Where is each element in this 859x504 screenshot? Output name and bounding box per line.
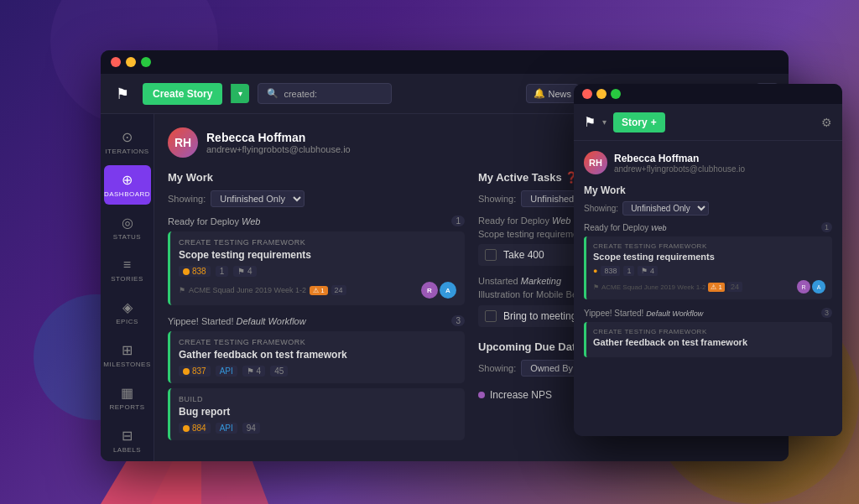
- stories-icon: ≡: [123, 257, 131, 273]
- task-text-take400: Take 400: [503, 249, 544, 261]
- overlay-squad: ⚑ ACME Squad June 2019 Week 1-2 ⚠ 1 24: [593, 282, 742, 292]
- yippee-started-group: Yippee! Started! Default Workflow 3 CREA…: [168, 315, 465, 440]
- overlay-minimize-button[interactable]: [596, 89, 607, 99]
- overlay-gear-icon[interactable]: ⚙: [821, 116, 832, 129]
- story-card-scope-testing[interactable]: CREATE TESTING FRAMEWORK Scope testing r…: [168, 231, 465, 305]
- story-label-framework: CREATE TESTING FRAMEWORK: [179, 238, 456, 247]
- task-checkbox-meeting[interactable]: [485, 310, 497, 322]
- gather-title: Gather feedback on test framework: [179, 349, 456, 361]
- sidebar-item-epics[interactable]: ◈ Epics: [104, 293, 151, 332]
- overlay-card-gather[interactable]: CREATE TESTING FRAMEWORK Gather feedback…: [584, 322, 832, 357]
- overlay-yippee-title: Yippee! Started! Default Workflow: [584, 309, 703, 318]
- avatar-1: R: [421, 282, 438, 299]
- overlay-user-info: Rebecca Hoffman andrew+flyingrobots@club…: [614, 153, 745, 174]
- user-avatar: RH: [168, 127, 198, 158]
- sidebar-item-iterations[interactable]: ⊙ Iterations: [104, 122, 151, 162]
- story-points-badge: 838: [179, 266, 211, 277]
- overlay-card-meta: ● 838 1 ⚑ 4: [593, 266, 825, 276]
- my-work-filter-select[interactable]: Unfinished Only All: [211, 190, 305, 207]
- sidebar: ⊙ Iterations ⊕ Dashboard ◎ Status ≡ Stor…: [101, 114, 154, 461]
- bug-label: BUILD: [179, 395, 456, 403]
- dashboard-icon: ⊕: [122, 172, 133, 188]
- squad-info: ⚑ ACME Squad June 2019 Week 1-2 ⚠ 1 24: [179, 285, 346, 295]
- overlay-card-scope[interactable]: CREATE TESTING FRAMEWORK Scope testing r…: [584, 236, 832, 299]
- sidebar-item-labels[interactable]: ⊟ Labels: [104, 421, 151, 460]
- milestones-icon: ⊞: [122, 342, 133, 358]
- iterations-icon: ⊙: [122, 129, 133, 145]
- sidebar-item-reports[interactable]: ▦ Reports: [104, 378, 151, 418]
- story-meta-1: 1: [216, 266, 229, 277]
- search-bar[interactable]: 🔍 created:: [258, 83, 392, 104]
- user-email: andrew+flyingrobots@clubhouse.io: [206, 144, 351, 154]
- story-card-bug[interactable]: BUILD Bug report 884 API 94: [168, 388, 465, 440]
- reports-icon: ▦: [121, 385, 133, 401]
- overlay-yippee-header: Yippee! Started! Default Workflow 3: [584, 308, 832, 318]
- overlay-gather-label: CREATE TESTING FRAMEWORK: [593, 328, 825, 335]
- overlay-m1: 1: [623, 266, 634, 276]
- ready-for-deploy-header: Ready for Deploy Web 1: [168, 216, 465, 226]
- overlay-points: 838: [601, 266, 620, 276]
- overlay-card-label: CREATE TESTING FRAMEWORK: [593, 242, 825, 250]
- my-work-column: My Work Showing: Unfinished Only All Rea…: [168, 171, 465, 450]
- due-dot-nps: [478, 392, 485, 398]
- title-bar: [101, 50, 789, 74]
- labels-label: Labels: [113, 446, 141, 454]
- minimize-button[interactable]: [126, 57, 136, 67]
- sidebar-item-status[interactable]: ◎ Status: [104, 208, 151, 247]
- sidebar-item-stories[interactable]: ≡ Stories: [104, 251, 151, 289]
- status-icon: ◎: [122, 215, 133, 231]
- overlay-user-name: Rebecca Hoffman: [614, 153, 745, 164]
- overlay-close-button[interactable]: [582, 89, 592, 99]
- yippee-started-title: Yippee! Started! Default Workflow: [168, 316, 306, 326]
- bug-title: Bug report: [179, 406, 456, 418]
- overlay-maximize-button[interactable]: [611, 89, 621, 99]
- app-logo: ⚑: [111, 82, 134, 106]
- overlay-alert: ⚠ 1: [708, 283, 725, 292]
- my-work-showing-label: Showing:: [168, 194, 206, 204]
- num-badge: 24: [331, 285, 346, 295]
- overlay-my-work-title: My Work: [584, 184, 832, 196]
- overlay-avatar-1: R: [797, 280, 810, 294]
- sidebar-item-milestones[interactable]: ⊞ Milestones: [104, 335, 151, 375]
- create-story-button[interactable]: Create Story: [143, 83, 222, 105]
- dashboard-label: Dashboard: [104, 190, 150, 198]
- create-story-label: Create Story: [153, 88, 212, 100]
- iterations-label: Iterations: [105, 148, 148, 155]
- overlay-meta-dot: ●: [593, 267, 597, 275]
- active-tasks-showing-label: Showing:: [478, 194, 516, 204]
- overlay-avatars: R A: [797, 280, 825, 294]
- overlay-logo-arrow: ▾: [602, 117, 607, 127]
- gather-api: API: [216, 366, 237, 377]
- gather-label: CREATE TESTING FRAMEWORK: [179, 338, 456, 346]
- overlay-story-button[interactable]: Story +: [613, 112, 665, 132]
- close-button[interactable]: [111, 57, 121, 67]
- bug-dot: [183, 425, 190, 432]
- story-footer-scope: ⚑ ACME Squad June 2019 Week 1-2 ⚠ 1 24 R…: [179, 282, 456, 299]
- news-label: News: [549, 89, 572, 99]
- overlay-squad-name: ACME Squad June 2019 Week 1-2: [601, 283, 705, 291]
- overlay-user: RH Rebecca Hoffman andrew+flyingrobots@c…: [584, 151, 832, 174]
- points-dot: [183, 268, 190, 275]
- news-button[interactable]: 🔔 News: [526, 84, 580, 103]
- sidebar-item-dashboard[interactable]: ⊕ Dashboard: [104, 165, 151, 205]
- overlay-yippee-count: 3: [821, 308, 832, 318]
- overlay-ready-header: Ready for Deploy Web 1: [584, 222, 832, 232]
- story-title-scope: Scope testing requirements: [179, 249, 456, 261]
- story-card-gather[interactable]: CREATE TESTING FRAMEWORK Gather feedback…: [168, 331, 465, 383]
- overlay-body: RH Rebecca Hoffman andrew+flyingrobots@c…: [574, 141, 842, 436]
- task-checkbox-take400[interactable]: [485, 249, 497, 261]
- overlay-num-badge: 24: [727, 282, 742, 292]
- squad-icon: ⚑: [179, 286, 185, 294]
- epics-label: Epics: [116, 318, 138, 325]
- overlay-filter-select[interactable]: Unfinished Only All: [622, 201, 709, 216]
- maximize-button[interactable]: [141, 57, 151, 67]
- overlay-window: ⚑ ▾ Story + ⚙ RH Rebecca Hoffman andrew+…: [574, 84, 842, 436]
- overlay-story-plus: +: [651, 117, 657, 128]
- create-story-dropdown-button[interactable]: ▾: [231, 84, 249, 103]
- labels-icon: ⊟: [122, 428, 133, 444]
- story-meta-scope: 838 1 ⚑ 4: [179, 266, 456, 277]
- due-text-nps: Increase NPS: [490, 389, 552, 401]
- bug-m1: 94: [242, 423, 260, 434]
- story-avatars: R A: [421, 282, 456, 299]
- alert-badge: ⚠ 1: [310, 286, 328, 295]
